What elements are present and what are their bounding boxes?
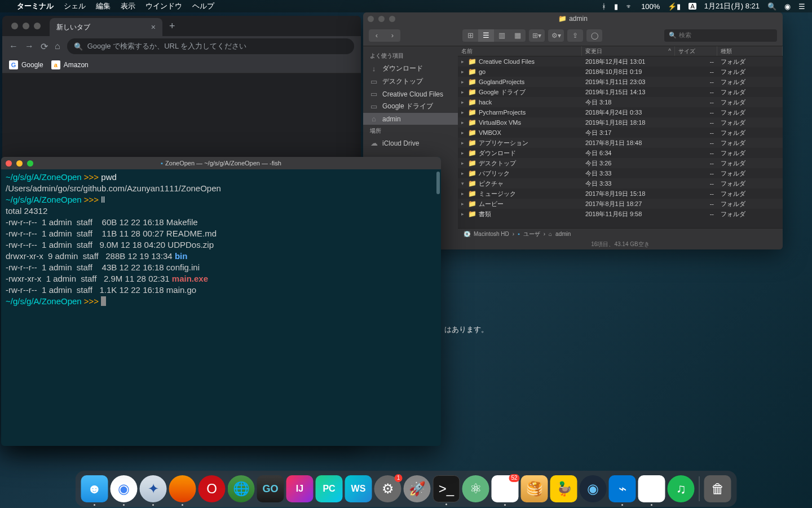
file-row[interactable]: ▸📁ムービー2017年8月1日 18:27--フォルダ [458, 199, 783, 209]
disclosure-icon[interactable]: ▸ [461, 211, 466, 217]
window-controls[interactable] [6, 160, 33, 167]
dock-steam[interactable]: ◉ [580, 475, 607, 502]
arrange-button[interactable]: ⊞▾ [529, 29, 545, 42]
dock-firefox[interactable] [169, 475, 196, 502]
dock-tor[interactable]: 🌐 [228, 475, 255, 502]
menu-shell[interactable]: シェル [64, 1, 86, 11]
sidebar-item[interactable]: ▭Google ドライブ [363, 100, 458, 113]
ime-indicator[interactable]: A [689, 3, 696, 10]
disclosure-icon[interactable]: ▸ [461, 170, 466, 176]
back-button[interactable]: ‹ [369, 29, 385, 42]
address-bar[interactable]: 🔍 Google で検索するか、URL を入力してください [67, 38, 354, 54]
col-kind[interactable]: 種類 [717, 46, 783, 56]
dock-sysprefs[interactable]: ⚙1 [374, 475, 401, 502]
dock-atom[interactable]: ⚛ [462, 475, 489, 502]
disclosure-icon[interactable]: ▸ [461, 69, 466, 75]
close-tab-icon[interactable]: × [151, 23, 156, 32]
window-controls[interactable] [368, 16, 395, 22]
disclosure-icon[interactable]: ▸ [461, 99, 466, 105]
dock-finder[interactable]: ☻ [81, 475, 108, 502]
dock-goland[interactable]: GO [257, 475, 284, 502]
menu-edit[interactable]: 編集 [96, 1, 111, 11]
reload-button[interactable]: ⟳ [41, 41, 48, 52]
file-row[interactable]: ▸📁ミュージック2017年8月19日 15:18--フォルダ [458, 189, 783, 199]
column-view[interactable]: ▥ [494, 29, 510, 42]
file-row[interactable]: ▸📁書類2018年11月6日 9:58--フォルダ [458, 209, 783, 219]
search-field[interactable]: 🔍 検索 [664, 29, 777, 42]
dock-slack[interactable]: ✱52 [492, 475, 519, 502]
sidebar-item[interactable]: ↓ダウンロード [363, 62, 458, 75]
col-name[interactable]: 名前 [458, 46, 582, 56]
dock-sequel[interactable]: 🥞 [521, 475, 548, 502]
disclosure-icon[interactable]: ▸ [461, 140, 466, 146]
browser-tab[interactable]: 新しいタブ × [50, 18, 162, 36]
menu-help[interactable]: ヘルプ [192, 1, 214, 11]
terminal-titlebar[interactable]: ▪ ZoneOpen — ~/g/s/g/A/ZoneOpen — -fish [1, 157, 441, 169]
file-row[interactable]: ▸📁VMBOX今日 3:17--フォルダ [458, 128, 783, 138]
dock-opera[interactable]: O [198, 475, 226, 502]
disclosure-icon[interactable]: ▾ [461, 181, 466, 186]
dock-safari[interactable]: ✦ [140, 475, 167, 502]
bluetooth-icon[interactable]: ᚼ [602, 2, 606, 11]
file-row[interactable]: ▸📁ダウンロード今日 6:34--フォルダ [458, 148, 783, 158]
file-row[interactable]: ▸📁hack今日 3:18--フォルダ [458, 97, 783, 107]
menu-view[interactable]: 表示 [121, 1, 135, 11]
dock-intellij[interactable]: IJ [286, 475, 314, 502]
dock-clipy[interactable]: ▶ [638, 475, 665, 502]
path-bar[interactable]: 💽Macintosh HD› ▪ユーザ› ⌂admin [458, 228, 783, 239]
finder-titlebar[interactable]: 📁 admin [363, 12, 783, 25]
forward-button[interactable]: › [385, 29, 400, 42]
sidebar-item[interactable]: ⌂admin [363, 113, 458, 125]
dock-cyberduck[interactable]: 🦆 [550, 475, 577, 502]
file-row[interactable]: ▾📁ピクチャ今日 3:33--フォルダ [458, 178, 783, 189]
dock-spotify[interactable]: ♫ [668, 475, 695, 502]
disclosure-icon[interactable]: ▸ [461, 150, 466, 156]
wifi-icon[interactable]: ᯤ [626, 2, 633, 11]
siri-icon[interactable]: ◉ [784, 2, 791, 11]
disclosure-icon[interactable]: ▸ [461, 59, 466, 64]
disclosure-icon[interactable]: ▸ [461, 160, 466, 166]
file-row[interactable]: ▸📁PycharmProjects2018年4月24日 0:33--フォルダ [458, 107, 783, 117]
scrollbar[interactable] [436, 172, 440, 194]
spotlight-icon[interactable]: 🔍 [767, 2, 776, 11]
app-menu[interactable]: ターミナル [17, 1, 54, 11]
dock-terminal[interactable]: >_ [433, 475, 460, 502]
col-size[interactable]: サイズ [675, 46, 717, 56]
disclosure-icon[interactable]: ▸ [461, 191, 466, 196]
disclosure-icon[interactable]: ▸ [461, 201, 466, 207]
dock-chrome[interactable]: ◉ [111, 475, 138, 502]
disclosure-icon[interactable]: ▸ [461, 110, 466, 115]
disclosure-icon[interactable]: ▸ [461, 130, 466, 135]
sidebar-item[interactable]: ▭Creative Cloud Files [363, 88, 458, 100]
home-button[interactable]: ⌂ [55, 41, 60, 51]
file-row[interactable]: ▸📁go2018年10月8日 0:19--フォルダ [458, 67, 783, 77]
file-row[interactable]: ▸📁デスクトップ今日 3:26--フォルダ [458, 158, 783, 168]
disclosure-icon[interactable]: ▸ [461, 89, 466, 95]
file-row[interactable]: ▸📁Creative Cloud Files2018年12月4日 13:01--… [458, 56, 783, 67]
terminal-content[interactable]: ~/g/s/g/A/ZoneOpen >>> pwd/Users/admin/g… [1, 169, 441, 446]
sidebar-item[interactable]: ☁iCloud Drive [363, 137, 458, 149]
notification-icon[interactable]: ☰ [798, 2, 805, 11]
icon-view[interactable]: ⊞ [462, 29, 478, 42]
file-row[interactable]: ▸📁アプリケーション2017年8月1日 18:48--フォルダ [458, 138, 783, 148]
col-date[interactable]: 変更日^ [582, 46, 675, 56]
dock-pycharm[interactable]: PC [316, 475, 343, 502]
menu-window[interactable]: ウインドウ [145, 1, 182, 11]
window-controls[interactable] [7, 23, 45, 29]
disclosure-icon[interactable]: ▸ [461, 79, 466, 85]
file-row[interactable]: ▸📁VirtualBox VMs2019年1月18日 18:18--フォルダ [458, 117, 783, 128]
gallery-view[interactable]: ▦ [510, 29, 526, 42]
share-button[interactable]: ⇪ [567, 29, 583, 42]
file-row[interactable]: ▸📁Google ドライブ2019年1月15日 14:13--フォルダ [458, 87, 783, 97]
dock-vscode[interactable]: ⌁ [609, 475, 636, 502]
bookmark-amazon[interactable]: aAmazon [51, 60, 89, 69]
battery-icon[interactable]: ▮ [614, 2, 618, 11]
dock-trash[interactable]: 🗑 [704, 475, 731, 502]
forward-button[interactable]: → [25, 41, 34, 51]
dock-webstorm[interactable]: WS [345, 475, 372, 502]
back-button[interactable]: ← [9, 41, 18, 51]
clock[interactable]: 1月21日(月) 8:21 [704, 1, 760, 11]
tags-button[interactable]: ◯ [586, 29, 602, 42]
file-row[interactable]: ▸📁GoglandProjects2019年1月11日 23:03--フォルダ [458, 77, 783, 87]
list-view[interactable]: ☰ [478, 29, 494, 42]
